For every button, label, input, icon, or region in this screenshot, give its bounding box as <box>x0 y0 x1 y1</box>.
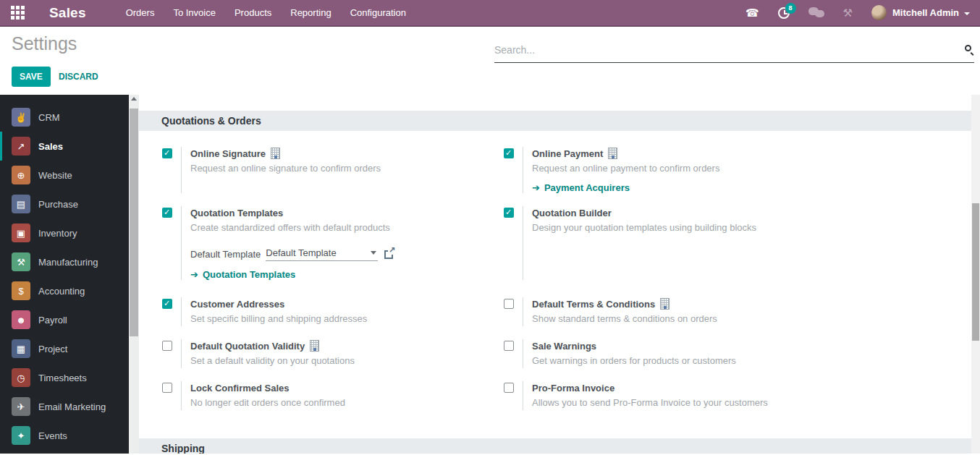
sidebar-item-payroll[interactable]: ☻ Payroll <box>0 305 129 334</box>
settings-sidebar: ✌ CRM ↗ Sales ⊕ Website ▤ Purchase ▣ Inv… <box>0 95 129 454</box>
enterprise-upgrade-icon <box>271 148 280 159</box>
dropdown-caret-icon <box>371 251 376 255</box>
quotation-builder-checkbox[interactable] <box>504 208 514 218</box>
inventory-app-icon: ▣ <box>12 224 30 242</box>
main-area: ✌ CRM ↗ Sales ⊕ Website ▤ Purchase ▣ Inv… <box>0 95 980 454</box>
menu-orders[interactable]: Orders <box>117 0 164 26</box>
sale-warnings-checkbox[interactable] <box>504 341 514 351</box>
setting-lock-confirmed-sales: Lock Confirmed Sales No longer edit orde… <box>162 381 504 410</box>
setting-default-quotation-validity: Default Quotation Validity Set a default… <box>162 339 504 368</box>
online-signature-checkbox[interactable] <box>162 148 172 158</box>
quotation-templates-link[interactable]: ➔ Quotation Templates <box>190 269 393 280</box>
setting-online-payment: Online Payment Request an online payment… <box>504 147 971 193</box>
settings-grid: Online Signature Request an online signa… <box>162 147 971 410</box>
purchase-app-icon: ▤ <box>12 195 30 213</box>
menu-configuration[interactable]: Configuration <box>341 0 415 26</box>
section-shipping: Shipping <box>139 438 971 454</box>
sidebar-item-events[interactable]: ✦ Events <box>0 421 129 450</box>
menu-reporting[interactable]: Reporting <box>281 0 340 26</box>
navbar-right: ☎ 8 ⚒ Mitchell Admin <box>745 0 980 26</box>
apps-menu-icon[interactable] <box>11 6 25 20</box>
content-scrollbar-thumb[interactable] <box>972 203 979 341</box>
external-link-icon[interactable] <box>384 250 393 259</box>
enterprise-upgrade-icon <box>310 340 319 352</box>
sidebar-item-sales[interactable]: ↗ Sales <box>0 132 129 161</box>
menu-products[interactable]: Products <box>225 0 281 26</box>
page-title: Settings <box>12 33 77 54</box>
app-brand[interactable]: Sales <box>49 5 86 21</box>
email-marketing-app-icon: ✈ <box>12 397 30 416</box>
settings-content: Quotations & Orders Online Signature Req… <box>139 95 971 454</box>
timesheets-app-icon: ◷ <box>12 368 30 387</box>
setting-online-signature: Online Signature Request an online signa… <box>162 147 504 193</box>
setting-default-terms-conditions: Default Terms & Conditions Show standard… <box>504 297 971 326</box>
main-menu: Orders To Invoice Products Reporting Con… <box>117 0 415 26</box>
setting-customer-addresses: Customer Addresses Set specific billing … <box>162 297 504 326</box>
control-panel: Settings SAVE DISCARD <box>0 27 980 95</box>
sidebar-item-email-marketing[interactable]: ✈ Email Marketing <box>0 392 129 421</box>
link-arrow-icon: ➔ <box>190 269 198 280</box>
sales-app-icon: ↗ <box>12 137 30 156</box>
project-app-icon: ▦ <box>12 339 30 358</box>
top-navbar: Sales Orders To Invoice Products Reporti… <box>0 0 980 27</box>
online-payment-checkbox[interactable] <box>504 148 514 158</box>
section-quotations-orders: Quotations & Orders <box>139 111 971 131</box>
payment-acquirers-link[interactable]: ➔ Payment Acquirers <box>532 182 719 193</box>
manufacturing-app-icon: ⚒ <box>12 252 30 271</box>
user-avatar[interactable] <box>871 5 887 20</box>
developer-tools-icon[interactable]: ⚒ <box>843 7 853 18</box>
sidebar-item-accounting[interactable]: $ Accounting <box>0 276 129 305</box>
activity-count-badge: 8 <box>785 3 796 14</box>
menu-to-invoice[interactable]: To Invoice <box>164 0 225 26</box>
phone-icon[interactable]: ☎ <box>745 7 759 18</box>
search-bar <box>494 37 974 63</box>
setting-sale-warnings: Sale Warnings Get warnings in orders for… <box>504 339 971 368</box>
activities-icon[interactable]: 8 <box>778 7 790 19</box>
customer-addresses-checkbox[interactable] <box>162 299 172 309</box>
content-scrollbar[interactable] <box>971 95 980 454</box>
accounting-app-icon: $ <box>12 281 30 300</box>
search-icon[interactable] <box>965 45 971 51</box>
sidebar-scrollbar-thumb[interactable] <box>130 109 138 336</box>
active-indicator <box>0 132 2 161</box>
enterprise-upgrade-icon <box>608 148 617 159</box>
pro-forma-invoice-checkbox[interactable] <box>504 383 514 393</box>
setting-quotation-templates: Quotation Templates Create standardized … <box>162 206 504 280</box>
crm-app-icon: ✌ <box>12 108 30 127</box>
lock-confirmed-sales-checkbox[interactable] <box>162 383 172 393</box>
sidebar-item-crm[interactable]: ✌ CRM <box>0 103 129 132</box>
enterprise-upgrade-icon <box>660 298 669 310</box>
setting-pro-forma-invoice: Pro-Forma Invoice Allows you to send Pro… <box>504 381 971 410</box>
sidebar-item-inventory[interactable]: ▣ Inventory <box>0 218 129 247</box>
sidebar-item-manufacturing[interactable]: ⚒ Manufacturing <box>0 247 129 276</box>
sidebar-item-website[interactable]: ⊕ Website <box>0 161 129 190</box>
sidebar-item-project[interactable]: ▦ Project <box>0 334 129 363</box>
default-quotation-validity-checkbox[interactable] <box>162 341 172 351</box>
scroll-up-arrow-icon[interactable] <box>131 97 137 101</box>
sidebar-item-purchase[interactable]: ▤ Purchase <box>0 190 129 218</box>
user-menu-caret-icon[interactable] <box>964 12 970 15</box>
link-arrow-icon: ➔ <box>532 182 540 193</box>
sidebar-item-timesheets[interactable]: ◷ Timesheets <box>0 363 129 392</box>
save-button[interactable]: SAVE <box>12 67 51 87</box>
quotation-templates-checkbox[interactable] <box>162 208 172 218</box>
user-menu[interactable]: Mitchell Admin <box>892 7 959 18</box>
events-app-icon: ✦ <box>12 426 30 445</box>
default-terms-conditions-checkbox[interactable] <box>504 299 514 309</box>
sidebar-scrollbar[interactable] <box>129 95 139 454</box>
search-input[interactable] <box>494 44 959 56</box>
default-template-field-row: Default Template Default Template <box>190 247 393 261</box>
website-app-icon: ⊕ <box>12 166 30 184</box>
discard-button[interactable]: DISCARD <box>55 67 102 87</box>
setting-quotation-builder: Quotation Builder Design your quotation … <box>504 206 971 280</box>
payroll-app-icon: ☻ <box>12 310 30 329</box>
messages-icon[interactable] <box>808 7 824 18</box>
default-template-select[interactable]: Default Template <box>266 247 378 261</box>
